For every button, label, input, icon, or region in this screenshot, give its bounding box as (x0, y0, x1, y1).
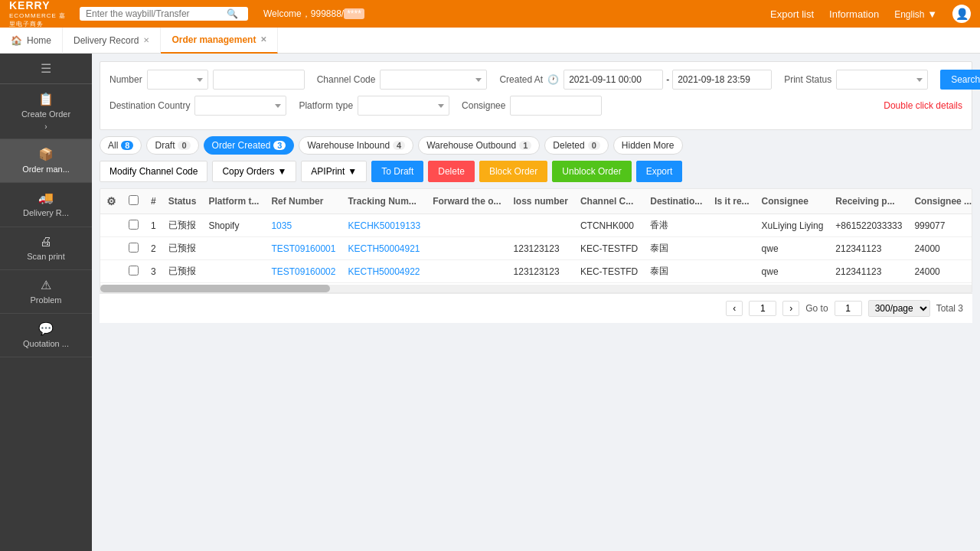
tab-badge-draft: 0 (178, 141, 190, 150)
block-order-button[interactable]: Block Order (479, 161, 547, 182)
sidebar-item-quotation[interactable]: 💬 Quotation ... (0, 314, 92, 357)
row-checkbox-2 (122, 260, 145, 283)
header-right: Export list Information English ▼ 👤 (770, 5, 971, 23)
row-checkbox-input-2[interactable] (129, 266, 139, 276)
tab-btn-warehouse-outbound[interactable]: Warehouse Outbound 1 (418, 136, 540, 155)
ref-number-link-2[interactable]: TEST09160002 (271, 266, 335, 277)
goto-page-input[interactable] (835, 301, 862, 316)
tab-btn-draft[interactable]: Draft 0 (146, 136, 198, 155)
row-settings-0 (100, 214, 122, 237)
row-consignee-1: qwe (756, 237, 830, 260)
sidebar-item-problem[interactable]: ⚠ Problem (0, 270, 92, 314)
date-separator: - (666, 74, 669, 85)
per-page-select[interactable]: 300/page 100/page 50/page (868, 300, 930, 317)
row-consignee-2: qwe (756, 260, 830, 283)
date-to-input[interactable] (672, 70, 772, 90)
platform-type-select[interactable] (358, 96, 449, 116)
pagination-bar: ‹ › Go to 300/page 100/page 50/page Tota… (100, 293, 972, 323)
tab-home[interactable]: 🏠 Home (0, 28, 63, 54)
api-print-button[interactable]: APIPrint ▼ (301, 161, 367, 182)
export-list-link[interactable]: Export list (770, 8, 814, 20)
language-selector[interactable]: English ▼ (894, 8, 937, 20)
row-channel-0: CTCNHK000 (574, 214, 644, 237)
ref-number-link-0[interactable]: 1035 (271, 220, 292, 231)
scrollbar-thumb[interactable] (100, 285, 330, 292)
top-header: KERRY ECOMMERCE 嘉里电子商务 🔍 Welcome，999888/… (0, 0, 980, 28)
sidebar-collapse-btn[interactable]: ☰ (0, 54, 92, 84)
settings-icon[interactable]: ⚙ (106, 195, 116, 207)
col-settings[interactable]: ⚙ (100, 189, 122, 214)
row-checkbox-input-0[interactable] (129, 220, 139, 230)
search-box[interactable]: 🔍 (80, 7, 248, 21)
platform-type-label: Platform type (299, 100, 353, 111)
destination-country-select[interactable] (194, 96, 286, 116)
number-select[interactable] (147, 70, 208, 90)
consignee-filter-group: Consignee (462, 96, 602, 116)
sidebar-item-label-scan: Scan print (27, 252, 65, 262)
tab-badge-all: 8 (121, 141, 133, 150)
logo-top: KERRY (9, 0, 70, 11)
destination-country-label: Destination Country (109, 100, 190, 111)
delete-button[interactable]: Delete (428, 161, 475, 182)
tab-badge-order-created: 3 (273, 141, 286, 150)
sidebar-item-create-order[interactable]: 📋 Create Order › (0, 84, 92, 139)
tab-btn-order-created[interactable]: Order Created 3 (204, 136, 295, 155)
horizontal-scrollbar[interactable] (100, 285, 972, 292)
tab-btn-deleted[interactable]: Deleted 0 (544, 136, 609, 155)
select-all-checkbox[interactable] (129, 195, 139, 205)
total-text: Total 3 (936, 303, 963, 314)
modify-channel-code-button[interactable]: Modify Channel Code (100, 161, 207, 182)
clock-icon: 🕐 (547, 74, 559, 85)
tab-btn-hidden-more[interactable]: Hidden More (613, 136, 683, 155)
tab-btn-all[interactable]: All 8 (100, 136, 142, 155)
sidebar-item-delivery-record[interactable]: 🚚 Delivery R... (0, 183, 92, 227)
search-input[interactable] (86, 8, 224, 19)
row-checkbox-input-1[interactable] (129, 243, 139, 253)
print-status-label: Print Status (784, 74, 831, 85)
channel-code-select[interactable] (380, 70, 487, 90)
unblock-order-button[interactable]: Unblock Order (552, 161, 631, 182)
row-ref-2[interactable]: TEST09160002 (265, 260, 341, 283)
row-status-0: 已预报 (162, 214, 203, 237)
col-platform: Platform t... (202, 189, 265, 214)
sidebar-item-order-management[interactable]: 📦 Order man... (0, 139, 92, 183)
row-consignee1-0: 999077 (908, 214, 972, 237)
ref-number-link-1[interactable]: TEST09160001 (271, 243, 335, 254)
tab-order-management[interactable]: Order management ✕ (161, 28, 278, 54)
row-destination-1: 泰国 (644, 237, 708, 260)
sidebar: ☰ 📋 Create Order › 📦 Order man... 🚚 Deli… (0, 54, 92, 551)
prev-page-button[interactable]: ‹ (726, 301, 743, 316)
export-button[interactable]: Export (636, 161, 683, 182)
col-loss: loss number (508, 189, 574, 214)
tab-badge-warehouse-inbound: 4 (393, 141, 405, 150)
to-draft-button[interactable]: To Draft (371, 161, 423, 182)
tab-delivery-record[interactable]: Delivery Record ✕ (63, 28, 161, 54)
tab-badge-warehouse-outbound: 1 (519, 141, 531, 150)
consignee-input[interactable] (510, 96, 602, 116)
search-button[interactable]: Search (940, 70, 980, 90)
copy-orders-button[interactable]: Copy Orders ▼ (212, 161, 296, 182)
table-row: 3 已预报 TEST09160002 KECTH50004922 1231231… (100, 260, 972, 283)
user-avatar[interactable]: 👤 (952, 5, 971, 23)
create-order-icon: 📋 (38, 92, 54, 106)
destination-country-filter-group: Destination Country (109, 96, 286, 116)
row-is-re-1 (708, 237, 755, 260)
information-link[interactable]: Information (829, 8, 879, 20)
date-from-input[interactable] (564, 70, 663, 90)
print-status-filter-group: Print Status (784, 70, 928, 90)
col-status: Status (162, 189, 203, 214)
row-ref-1[interactable]: TEST09160001 (265, 237, 341, 260)
row-num-0: 1 (145, 214, 162, 237)
next-page-button[interactable]: › (782, 301, 799, 316)
number-input[interactable] (213, 70, 305, 90)
row-loss-0 (508, 214, 574, 237)
tab-btn-warehouse-inbound[interactable]: Warehouse Inbound 4 (299, 136, 413, 155)
close-order-management[interactable]: ✕ (260, 35, 266, 44)
page-number-input[interactable] (749, 301, 776, 316)
print-status-select[interactable] (836, 70, 928, 90)
row-tracking-1: KECTH50004921 (341, 237, 426, 260)
sidebar-item-scan-print[interactable]: 🖨 Scan print (0, 227, 92, 270)
consignee-label: Consignee (462, 100, 505, 111)
row-ref-0[interactable]: 1035 (265, 214, 341, 237)
close-delivery-record[interactable]: ✕ (143, 36, 149, 44)
